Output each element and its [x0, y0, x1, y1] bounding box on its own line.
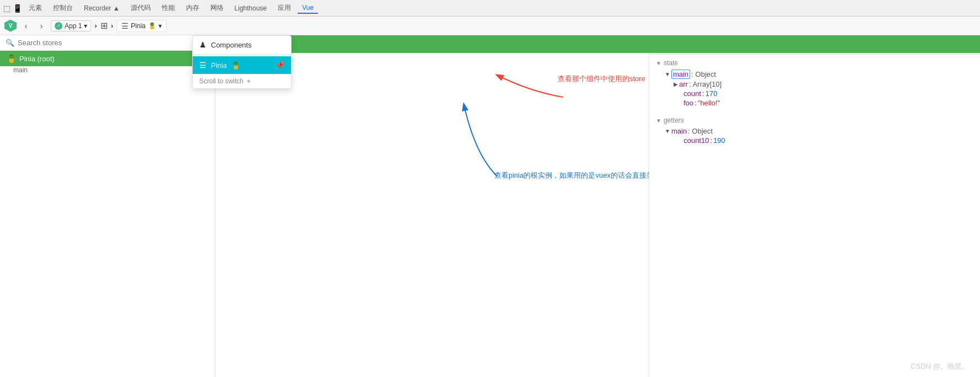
app-label: App 1	[65, 22, 82, 30]
tree-colon2: :	[695, 99, 697, 107]
tab-vue[interactable]: Vue	[298, 3, 318, 14]
tab-recorder[interactable]: Recorder ▲	[80, 3, 124, 13]
vue-logo: V	[4, 20, 17, 32]
tree-key-foo: foo	[684, 99, 693, 107]
dropdown-container: ♟ Components ☰ Pinia 🍍 📌 Scroll to switc…	[192, 35, 292, 89]
pinia-tab-emoji: 🍍	[148, 22, 156, 30]
content-area: 查看那个组件中使用的store 查看pinia的根实例，如果用的是vuex的话会…	[215, 35, 980, 377]
tab-lighthouse[interactable]: Lighthouse	[230, 3, 272, 13]
pin-icon[interactable]: 📌	[275, 61, 284, 70]
state-tree: ▼ state ▼ main : Object ▶ arr : Array[10…	[649, 55, 980, 150]
state-label: state	[664, 59, 678, 67]
dropdown-menu: ♟ Components ☰ Pinia 🍍 📌 Scroll to switc…	[192, 35, 292, 89]
main-expand-arrow[interactable]: ▼	[665, 71, 670, 77]
tab-console[interactable]: 控制台	[49, 2, 77, 14]
right-panel: 🍍 Pinia (root) 🔍 ▼ state ▼ main	[649, 35, 980, 377]
tab-memory[interactable]: 内存	[182, 2, 204, 14]
tab-network[interactable]: 网络	[206, 2, 228, 14]
tab-elements[interactable]: 元素	[24, 2, 46, 14]
scroll-icon: ⌖	[247, 77, 251, 85]
tree-node-foo: foo : "hello!"	[656, 98, 973, 108]
browser-toolbar: ⬚ 📱 元素 控制台 Recorder ▲ 源代码 性能 内存 网络 Light…	[0, 0, 980, 17]
tree-key-count10: count10	[684, 136, 709, 145]
main-layout: 🔍 🍍 Pinia (root) main 查看那个组件中使用的store	[0, 35, 980, 377]
search-bar: 🔍	[0, 35, 215, 51]
forward-button[interactable]: ›	[35, 20, 47, 32]
tree-node-main: ▼ main : Object	[656, 69, 973, 79]
tree-value-count10: 190	[713, 136, 725, 145]
green-bar	[215, 35, 980, 53]
tab-performance[interactable]: 性能	[157, 2, 179, 14]
header-chevron: ›	[94, 22, 97, 30]
pinia-tab-label: Pinia	[131, 22, 146, 30]
cursor-icon: ⬚	[3, 4, 10, 13]
getters-section-arrow: ▼	[656, 118, 661, 124]
tree-key-count: count	[684, 89, 701, 98]
dropdown-item-components[interactable]: ♟ Components	[193, 36, 291, 54]
app-selector[interactable]: ✓ App 1 ▾	[51, 20, 91, 31]
getters-section-label[interactable]: ▼ getters	[656, 116, 973, 124]
store-item-pinia-root[interactable]: 🍍 Pinia (root)	[0, 51, 215, 66]
tree-node-arr: ▶ arr : Array[10]	[656, 79, 973, 89]
pinia-dropdown-emoji: 🍍	[231, 61, 240, 70]
tree-value-getters-main: : Object	[688, 127, 713, 135]
state-section-label[interactable]: ▼ state	[656, 59, 973, 67]
watermark: CSDN @。晚星。	[910, 362, 969, 371]
components-label: Components	[211, 41, 252, 49]
search-icon: 🔍	[6, 39, 14, 47]
device-icon: 📱	[13, 4, 22, 13]
blue-arrow1	[442, 99, 552, 179]
store-name: Pinia (root)	[19, 55, 55, 63]
list-icon2: ☰	[199, 61, 206, 70]
pinia-dropdown-arrow[interactable]: ▾	[158, 22, 162, 30]
tree-value-count: 170	[705, 89, 717, 98]
back-button[interactable]: ‹	[20, 20, 32, 32]
tree-colon1: :	[702, 89, 704, 98]
arr-expand-arrow[interactable]: ▶	[674, 81, 678, 87]
tree-key-arr: arr	[679, 80, 688, 88]
search-input[interactable]	[18, 39, 209, 47]
tree-node-getters-main: ▼ main : Object	[656, 126, 973, 136]
tree-node-count10: count10 : 190	[656, 136, 973, 145]
header-chevron2: ›	[111, 22, 113, 30]
tab-application[interactable]: 应用	[273, 2, 295, 14]
tree-value-arr: : Array[10]	[689, 80, 722, 88]
list-icon: ☰	[121, 22, 129, 30]
store-emoji: 🍍	[7, 54, 16, 63]
tree-node-count: count : 170	[656, 89, 973, 98]
app-dropdown-arrow: ▾	[84, 22, 87, 30]
dropdown-separator	[193, 55, 291, 55]
tab-sources[interactable]: 源代码	[126, 2, 155, 14]
annotation-red: 查看那个组件中使用的store	[558, 74, 645, 84]
components-icon: ♟	[199, 40, 206, 49]
tree-value-main: : Object	[691, 70, 716, 78]
scroll-hint: Scroll to switch ⌖	[193, 74, 291, 88]
tree-colon3: :	[710, 136, 712, 145]
getters-label: getters	[664, 116, 684, 124]
devtools-header: V ‹ › ✓ App 1 ▾ › ⊞ › ☰ Pinia 🍍 ▾	[0, 17, 980, 35]
grid-icon: ⊞	[100, 20, 108, 31]
pinia-tab[interactable]: ☰ Pinia 🍍 ▾	[116, 20, 167, 32]
tree-key-main: main	[671, 70, 690, 79]
pinia-dropdown-label: Pinia	[211, 61, 227, 70]
scroll-hint-text: Scroll to switch	[199, 77, 243, 85]
getters-main-arrow[interactable]: ▼	[665, 128, 670, 134]
dropdown-item-pinia[interactable]: ☰ Pinia 🍍 📌	[193, 56, 291, 74]
tree-key-getters-main: main	[671, 127, 687, 135]
state-section-arrow: ▼	[656, 60, 661, 66]
left-panel: 🔍 🍍 Pinia (root) main	[0, 35, 215, 377]
app-status-icon: ✓	[55, 22, 62, 30]
tree-value-foo: "hello!"	[698, 99, 720, 107]
store-sub-main: main	[0, 66, 215, 74]
